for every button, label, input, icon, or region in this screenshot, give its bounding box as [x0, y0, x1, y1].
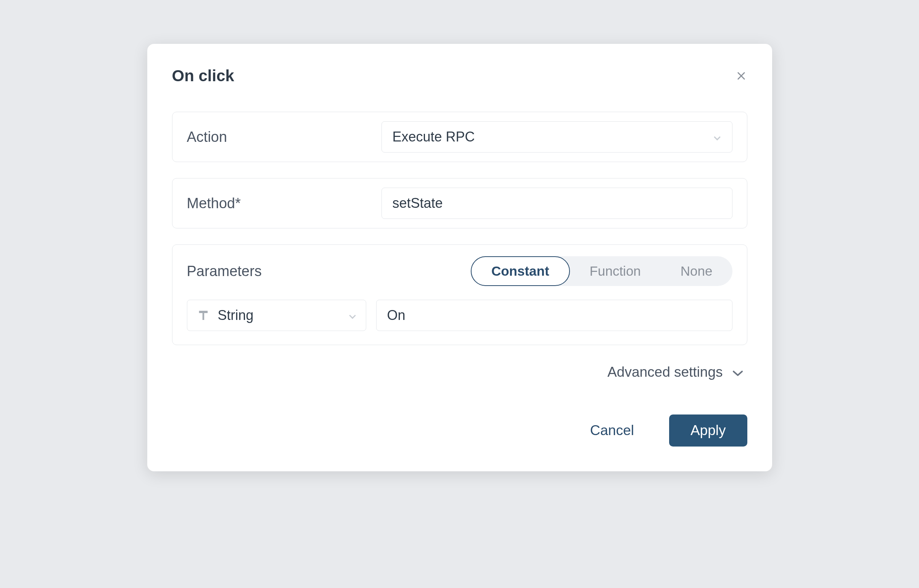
action-select-value: Execute RPC	[393, 129, 475, 145]
text-type-icon	[196, 309, 210, 322]
dialog-footer: Cancel Apply	[172, 415, 747, 446]
advanced-settings-label: Advanced settings	[607, 364, 723, 380]
parameters-row: String	[187, 300, 733, 331]
method-input[interactable]	[382, 187, 733, 219]
tab-constant[interactable]: Constant	[471, 256, 570, 286]
caret-down-icon	[348, 307, 357, 323]
action-select[interactable]: Execute RPC	[382, 121, 733, 152]
chevron-down-icon	[732, 364, 744, 380]
dialog-header: On click	[172, 67, 747, 85]
method-field-group: Method*	[172, 178, 747, 228]
dialog-title: On click	[172, 67, 234, 85]
apply-button[interactable]: Apply	[669, 415, 747, 446]
close-icon[interactable]	[735, 70, 747, 82]
tab-none[interactable]: None	[661, 256, 733, 286]
method-label: Method*	[187, 195, 382, 212]
parameter-value-input[interactable]	[376, 300, 733, 331]
advanced-settings-row: Advanced settings	[172, 364, 747, 380]
cancel-button[interactable]: Cancel	[578, 416, 646, 445]
tab-function[interactable]: Function	[570, 256, 661, 286]
action-field-group: Action Execute RPC	[172, 112, 747, 162]
parameter-type-select[interactable]: String	[187, 300, 366, 331]
caret-down-icon	[713, 129, 722, 145]
action-label: Action	[187, 129, 382, 145]
on-click-dialog: On click Action Execute RPC Method*	[147, 44, 772, 471]
parameters-label: Parameters	[187, 263, 262, 279]
advanced-settings-toggle[interactable]: Advanced settings	[607, 364, 743, 380]
parameters-group: Parameters Constant Function None String	[172, 244, 747, 345]
parameters-mode-tabs: Constant Function None	[471, 256, 733, 286]
parameters-header: Parameters Constant Function None	[187, 256, 733, 286]
parameter-type-value: String	[218, 307, 348, 323]
